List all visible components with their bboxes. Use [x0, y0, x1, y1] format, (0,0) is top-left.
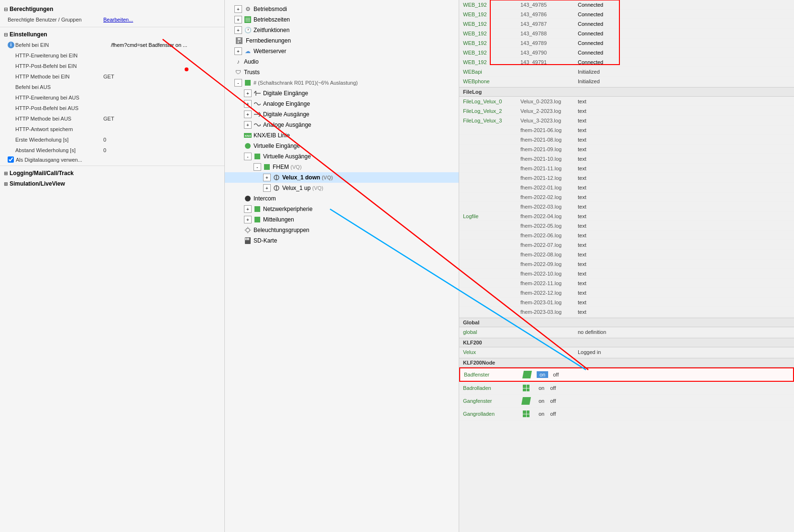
expand-fhem-vq[interactable]: - — [254, 163, 261, 171]
filelog-row-3[interactable]: fhem-2021-06.log text — [459, 125, 794, 135]
svg-point-18 — [246, 228, 250, 232]
web-row-4[interactable]: WEB_192 143_49789 Connected — [459, 38, 794, 48]
filelog-row-5[interactable]: fhem-2021-09.log text — [459, 144, 794, 154]
filelog-row-7[interactable]: fhem-2021-11.log text — [459, 164, 794, 173]
filelog-row-19[interactable]: fhem-2022-12.log text — [459, 288, 794, 298]
tree-zeitfunktionen[interactable]: + 🕐 Zeitfunktionen — [225, 25, 459, 35]
gangfenster-off-label[interactable]: off — [547, 398, 559, 404]
tree-digitale-eingaenge[interactable]: + Digitale Eingänge — [225, 88, 459, 99]
expand-mitteilungen[interactable]: + — [244, 216, 252, 223]
badrolladen-on-label[interactable]: on — [536, 385, 547, 391]
tree-betriebszeiten[interactable]: + Betriebszeiten — [225, 14, 459, 25]
filelog-mid-20: fhem-2023-01.log — [520, 299, 578, 305]
tree-netzwerkperipherie[interactable]: + Netzwerkperipherie — [225, 204, 459, 214]
filelog-row-1[interactable]: FileLog_Velux_2 Velux_2-2023.log text — [459, 106, 794, 116]
tree-knx[interactable]: KNX KNX/EIB Linie — [225, 130, 459, 141]
expand-netzwerkperipherie[interactable]: + — [244, 205, 252, 213]
web-row-0[interactable]: WEB_192 143_49785 Connected — [459, 0, 794, 10]
filelog-row-15[interactable]: fhem-2022-08.log text — [459, 250, 794, 259]
global-row-0[interactable]: global no definition — [459, 327, 794, 337]
tree-fhem-vq[interactable]: - FHEM (VQ) — [225, 162, 459, 172]
tree-velux1-down[interactable]: + Velux_1 down (VQ) — [225, 172, 459, 183]
filelog-row-4[interactable]: fhem-2021-08.log text — [459, 135, 794, 144]
filelog-row-9[interactable]: fhem-2022-01.log text — [459, 183, 794, 192]
section-label-simulation: Simulation/LiveView — [10, 180, 65, 187]
tree-trusts[interactable]: 🛡 Trusts — [225, 67, 459, 78]
filelog-row-21[interactable]: fhem-2023-03.log text — [459, 307, 794, 317]
expand-zeitfunktionen[interactable]: + — [234, 26, 242, 34]
expand-velux1-down[interactable]: + — [263, 174, 271, 181]
tree-audio[interactable]: ♪ Audio — [225, 56, 459, 67]
expand-digitale-eingaenge[interactable]: + — [244, 89, 252, 97]
tree-virtuelle-ausgaenge[interactable]: - Virtuelle Ausgänge — [225, 151, 459, 162]
gangfenster-on-label[interactable]: on — [536, 398, 547, 404]
expand-betriebszeiten[interactable]: + — [234, 16, 242, 23]
svg-rect-8 — [238, 42, 239, 43]
tree-mitteilungen[interactable]: + Mitteilungen — [225, 214, 459, 225]
expand-schaltschrank[interactable]: - — [234, 79, 242, 87]
value-befehl-ein[interactable]: /fhem?cmd=set Badfenster on ... — [111, 42, 187, 48]
web-row-5[interactable]: WEB_192 143_49790 Connected — [459, 48, 794, 57]
filelog-row-17[interactable]: fhem-2022-10.log text — [459, 269, 794, 278]
filelog-row-2[interactable]: FileLog_Velux_3 Velux_3-2023.log text — [459, 116, 794, 125]
web-row-6[interactable]: WEB_192 143_49791 Connected — [459, 57, 794, 67]
filelog-row-logfile[interactable]: Logfile fhem-2022-04.log text — [459, 211, 794, 221]
tree-digitale-ausgaenge[interactable]: + Digitale Ausgänge — [225, 109, 459, 120]
value-erste-wdh: 0 — [103, 137, 106, 143]
filelog-row-16[interactable]: fhem-2022-09.log text — [459, 259, 794, 269]
badfenster-on-button[interactable]: on — [537, 371, 548, 378]
tree-sdkarte[interactable]: SD-Karte — [225, 235, 459, 246]
toggle-berechtigungen[interactable]: ⊟ — [4, 7, 8, 12]
web-status-0: Connected — [578, 2, 790, 8]
web-row-8[interactable]: WEBphone Initialized — [459, 77, 794, 86]
badfenster-off-label[interactable]: off — [550, 371, 562, 378]
filelog-row-12[interactable]: fhem-2022-05.log text — [459, 221, 794, 231]
filelog-row-14[interactable]: fhem-2022-07.log text — [459, 240, 794, 250]
filelog-row-18[interactable]: fhem-2022-11.log text — [459, 278, 794, 288]
right-panel: WEB_192 143_49785 Connected WEB_192 143_… — [459, 0, 794, 532]
value-bearbeiten[interactable]: Bearbeiten... — [103, 17, 133, 22]
web-row-7[interactable]: WEBapi Initialized — [459, 67, 794, 77]
tree-velux1-up[interactable]: + Velux_1 up (VQ) — [225, 183, 459, 193]
expand-digitale-ausgaenge[interactable]: + — [244, 111, 252, 118]
tree-intercom[interactable]: Intercom — [225, 193, 459, 204]
expand-betriebsmodi[interactable]: + — [234, 5, 242, 13]
expand-wetterserver[interactable]: + — [234, 47, 242, 55]
tree-beleuchtungsgruppen[interactable]: Beleuchtungsgruppen — [225, 225, 459, 235]
tree-schaltschrank[interactable]: - # (Schaltschrank R01 P01)(~6% Auslastu… — [225, 78, 459, 88]
tree-analoge-eingaenge[interactable]: + Analoge Eingänge — [225, 99, 459, 109]
toggle-logging[interactable]: ⊞ — [4, 171, 8, 176]
toggle-einstellungen[interactable]: ⊟ — [4, 32, 8, 37]
tree-betriebsmodi[interactable]: + ⚙ Betriebsmodi — [225, 4, 459, 14]
filelog-row-13[interactable]: fhem-2022-06.log text — [459, 231, 794, 240]
web-row-2[interactable]: WEB_192 143_49787 Connected — [459, 19, 794, 29]
klf200-row-0[interactable]: Velux Logged in — [459, 347, 794, 357]
expand-velux1-up[interactable]: + — [263, 184, 271, 192]
tree-virtuelle-eingaenge[interactable]: Virtuelle Eingänge — [225, 141, 459, 151]
middle-panel: + ⚙ Betriebsmodi + Betriebszeiten + 🕐 Ze… — [225, 0, 459, 532]
expand-analoge-eingaenge[interactable]: + — [244, 100, 252, 108]
badrolladen-off-label[interactable]: off — [547, 385, 559, 391]
row-http-method-aus: HTTP Methode bei AUS GET — [0, 113, 224, 124]
web-row-1[interactable]: WEB_192 143_49786 Connected — [459, 10, 794, 19]
filelog-row-8[interactable]: fhem-2021-12.log text — [459, 173, 794, 183]
gangrolladen-off-label[interactable]: off — [547, 410, 559, 417]
tree-wetterserver[interactable]: + ☁ Wetterserver — [225, 46, 459, 56]
web-mid-4: 143_49789 — [520, 40, 578, 46]
filelog-row-0[interactable]: FileLog_Velux_0 Velux_0-2023.log text — [459, 97, 794, 106]
checkbox-digital-verw[interactable] — [8, 156, 14, 163]
filelog-mid-2: Velux_3-2023.log — [520, 118, 578, 123]
tree-fernbedienungen[interactable]: Fernbedienungen — [225, 35, 459, 46]
expand-analoge-ausgaenge[interactable]: + — [244, 121, 252, 129]
web-row-3[interactable]: WEB_192 143_49788 Connected — [459, 29, 794, 38]
toggle-simulation[interactable]: ⊞ — [4, 181, 8, 187]
expand-virtuelle-ausgaenge[interactable]: - — [244, 153, 252, 160]
filelog-row-20[interactable]: fhem-2023-01.log text — [459, 298, 794, 307]
filelog-row-11[interactable]: fhem-2022-03.log text — [459, 202, 794, 211]
filelog-row-6[interactable]: fhem-2021-10.log text — [459, 154, 794, 164]
filelog-mid-13: fhem-2022-06.log — [520, 233, 578, 238]
filelog-row-10[interactable]: fhem-2022-02.log text — [459, 192, 794, 202]
gangrolladen-on-label[interactable]: on — [536, 410, 547, 417]
tree-analoge-ausgaenge[interactable]: + Analoge Ausgänge — [225, 120, 459, 130]
global-header: Global — [459, 318, 794, 327]
